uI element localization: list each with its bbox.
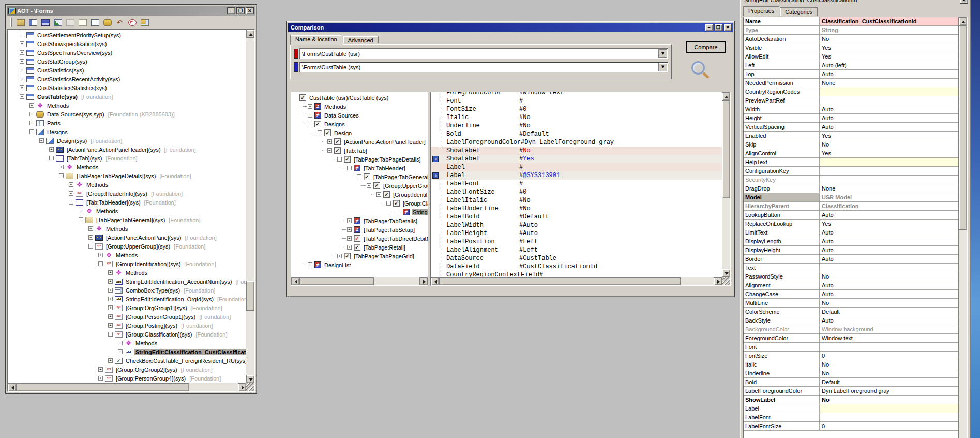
maximize-button[interactable]: ❐ <box>236 7 245 14</box>
scroll-up-button[interactable] <box>246 30 254 38</box>
aot-tree-item[interactable]: +CustSettlementPrioritySetup(sys) <box>8 31 246 39</box>
diff-line[interactable]: Label# <box>431 163 722 171</box>
property-value[interactable]: Dyn LabelForeground gray <box>820 387 958 395</box>
property-value[interactable] <box>820 87 958 96</box>
undo-toolbar-button[interactable]: ↶ <box>114 17 126 28</box>
property-value[interactable] <box>820 167 958 175</box>
aot-tree-item[interactable]: +❖Methods <box>8 251 246 259</box>
diff-line[interactable]: LabelForegroundColor#Dyn LabelForeground… <box>431 138 722 147</box>
property-value[interactable]: No <box>820 140 958 149</box>
expand-toggle[interactable]: − <box>347 166 352 170</box>
expand-toggle[interactable]: + <box>20 59 24 64</box>
expand-toggle[interactable]: − <box>49 156 54 160</box>
comparison-tree-item[interactable]: −✓Designs <box>291 120 428 128</box>
diff-vertical-scrollbar[interactable] <box>722 92 730 277</box>
checked-checkbox-icon[interactable]: ✓ <box>364 173 370 180</box>
aot-tree-item[interactable]: +❖Methods <box>8 339 246 347</box>
aot-tree-item[interactable]: +❖Methods <box>8 224 246 233</box>
clock-toolbar-button[interactable] <box>126 17 138 28</box>
property-value[interactable]: Yes <box>820 52 958 61</box>
aot-tree-item[interactable]: +Data Sources(sys,syp)[Foundation (KB288… <box>8 110 246 119</box>
expand-toggle[interactable]: − <box>308 122 312 126</box>
tab-categories[interactable]: Categories <box>780 7 818 16</box>
expand-toggle[interactable]: + <box>79 209 83 213</box>
not-equal-icon[interactable]: ≠ <box>354 226 360 233</box>
scroll-left-button[interactable] <box>8 383 16 391</box>
comparison-tree-item[interactable]: +≠[TabPage:TabSetup] <box>291 225 428 234</box>
synchronize-toolbar-button[interactable] <box>101 17 113 28</box>
aot-tree-item[interactable]: +CustStatGroup(sys) <box>8 57 246 66</box>
open-toolbar-button[interactable] <box>14 17 26 28</box>
resize-grip[interactable] <box>246 383 254 391</box>
expand-toggle[interactable]: − <box>108 332 113 337</box>
expand-toggle[interactable]: + <box>337 254 342 258</box>
expand-toggle[interactable]: + <box>29 112 34 116</box>
diff-line[interactable]: LabelUnderline#No <box>431 205 722 213</box>
comparison-tree-item[interactable]: +✓[TabPage:TabDirectDebitMandates] <box>291 234 428 243</box>
expand-toggle[interactable]: + <box>308 113 312 118</box>
aot-tree-item[interactable]: +ablStringEdit:Identification_AccountNum… <box>8 277 246 286</box>
property-value[interactable]: No <box>820 299 958 307</box>
expand-toggle[interactable]: + <box>118 349 123 354</box>
aot-tree-item[interactable]: +CustStatistics(sys) <box>8 66 246 75</box>
chevron-down-icon[interactable]: ▼ <box>658 49 667 58</box>
minimize-button[interactable]: – <box>705 24 713 31</box>
browse-toolbar-button[interactable] <box>89 17 101 28</box>
comparison-tree-item[interactable]: +✓[ActionPane:ActionPaneHeader] <box>291 137 428 146</box>
save-toolbar-button[interactable] <box>39 17 51 28</box>
comparison-tree-item[interactable]: +≠[TabPage:TabDetails] <box>291 216 428 225</box>
expand-toggle[interactable]: + <box>108 279 113 284</box>
aot-tree-item[interactable]: −xyz[Group:Identification](sys)[Foundati… <box>8 259 246 268</box>
diff-line[interactable]: Bold#Default <box>431 130 722 138</box>
maximize-button[interactable]: ❐ <box>714 24 722 31</box>
expand-toggle[interactable]: + <box>98 367 103 372</box>
diff-horizontal-scrollbar[interactable] <box>431 277 722 285</box>
expand-toggle[interactable]: + <box>347 218 352 223</box>
expand-toggle[interactable]: + <box>49 147 54 152</box>
aot-title-bar[interactable]: AOT - \Forms – ❐ ✕ <box>7 6 255 16</box>
aot-tree-item[interactable]: −CustTable(sys)[Foundation] <box>8 92 246 101</box>
property-value[interactable]: 0 <box>820 352 958 360</box>
property-value[interactable]: Auto <box>820 290 958 298</box>
expand-toggle[interactable]: + <box>69 191 73 196</box>
aot-tree-item[interactable]: +Parts <box>8 119 246 127</box>
scrollbar-track[interactable] <box>959 25 967 438</box>
not-equal-icon[interactable]: ≠ <box>314 112 321 119</box>
expand-toggle[interactable]: + <box>20 41 24 46</box>
chevron-down-icon[interactable]: ▼ <box>658 63 667 71</box>
aot-tree-item[interactable]: −Designs <box>8 127 246 136</box>
expand-toggle[interactable]: − <box>376 192 381 197</box>
scroll-right-button[interactable] <box>238 383 246 391</box>
expand-toggle[interactable]: + <box>59 165 64 169</box>
comparison-tree-item[interactable]: −≠[Tab:TabHeader] <box>291 164 428 172</box>
expand-toggle[interactable]: + <box>308 104 312 109</box>
aot-tree-item[interactable]: +✓CheckBox:CustTable_ForeignResident_RU(… <box>8 356 246 365</box>
property-value[interactable]: Yes <box>820 132 958 140</box>
scrollbar-track[interactable] <box>246 38 254 375</box>
diff-line[interactable]: FontSize#0 <box>431 105 722 113</box>
expand-toggle[interactable]: + <box>108 297 113 301</box>
property-value[interactable]: None <box>820 79 958 87</box>
scrollbar-thumb[interactable] <box>246 281 254 311</box>
source-combobox[interactable]: \Forms\CustTable (usr)▼ <box>299 48 668 59</box>
aot-tree-item[interactable]: −Design(sys)[Foundation] <box>8 136 246 145</box>
property-value[interactable]: Auto (left) <box>820 61 958 69</box>
comparison-tree-item[interactable]: −✓[Group:Classification] <box>291 199 428 208</box>
checked-checkbox-icon[interactable]: ✓ <box>354 244 360 251</box>
property-value[interactable]: Window text <box>820 334 958 342</box>
expand-toggle[interactable]: − <box>59 173 64 178</box>
checked-checkbox-icon[interactable]: ✓ <box>373 182 380 189</box>
aot-horizontal-scrollbar[interactable] <box>8 383 246 391</box>
scroll-down-button[interactable] <box>722 269 730 277</box>
expand-toggle[interactable]: + <box>88 226 93 231</box>
history-toolbar-button[interactable] <box>139 17 150 28</box>
expand-toggle[interactable]: − <box>20 94 24 99</box>
diff-line[interactable]: LabelPosition#Left <box>431 238 722 246</box>
expand-toggle[interactable]: + <box>108 314 113 319</box>
aot-tree-item[interactable]: +ablStringEdit:Classification_CustClassi… <box>8 347 246 356</box>
property-value[interactable]: Classification_CustClassificationId <box>820 17 958 25</box>
property-value[interactable]: Yes <box>820 220 958 228</box>
property-value[interactable] <box>820 264 958 272</box>
expand-toggle[interactable]: + <box>347 236 352 241</box>
scrollbar-thumb[interactable] <box>299 277 374 285</box>
